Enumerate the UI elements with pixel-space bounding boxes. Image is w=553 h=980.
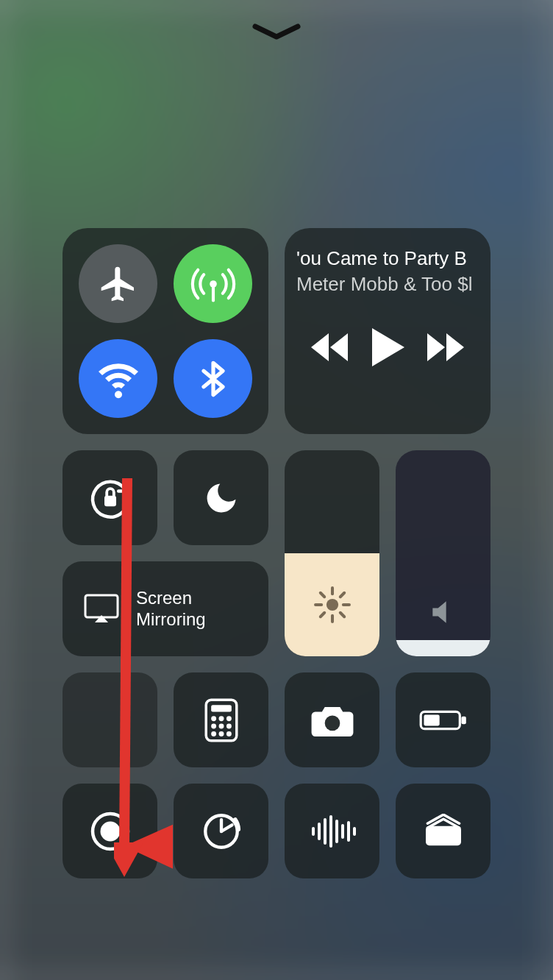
wallet-button[interactable] bbox=[396, 784, 490, 878]
svg-point-24 bbox=[324, 715, 340, 731]
battery-icon bbox=[418, 707, 468, 734]
collapse-chevron-icon[interactable] bbox=[251, 22, 302, 46]
svg-point-21 bbox=[211, 731, 216, 736]
waveform-icon bbox=[309, 814, 356, 849]
camera-button[interactable] bbox=[285, 672, 379, 767]
camera-icon bbox=[310, 702, 355, 739]
brightness-slider[interactable] bbox=[285, 450, 379, 656]
flashlight-toggle[interactable] bbox=[63, 672, 157, 767]
svg-line-12 bbox=[340, 593, 343, 597]
airplane-mode-toggle[interactable] bbox=[79, 244, 157, 323]
do-not-disturb-toggle[interactable] bbox=[174, 450, 268, 545]
wifi-icon bbox=[96, 357, 140, 401]
wifi-toggle[interactable] bbox=[79, 339, 157, 418]
svg-point-29 bbox=[100, 821, 120, 841]
cellular-icon bbox=[190, 260, 237, 308]
svg-point-4 bbox=[326, 599, 338, 611]
media-rewind-button[interactable] bbox=[310, 330, 349, 367]
sun-icon bbox=[313, 585, 352, 625]
svg-point-22 bbox=[218, 731, 224, 736]
media-play-button[interactable] bbox=[369, 327, 406, 371]
volume-slider[interactable] bbox=[396, 450, 490, 656]
svg-line-11 bbox=[320, 613, 324, 617]
svg-point-19 bbox=[218, 723, 224, 728]
screen-mirroring-label: Screen Mirroring bbox=[136, 588, 206, 631]
rotation-lock-toggle[interactable] bbox=[63, 450, 157, 545]
bluetooth-icon bbox=[194, 360, 232, 398]
timer-button[interactable] bbox=[174, 784, 268, 878]
voice-memos-button[interactable] bbox=[285, 784, 379, 878]
screen-mirroring-button[interactable]: Screen Mirroring bbox=[63, 561, 268, 656]
play-icon bbox=[369, 327, 406, 368]
svg-line-9 bbox=[320, 593, 324, 597]
wallet-icon bbox=[422, 814, 465, 849]
speaker-icon bbox=[427, 596, 460, 628]
svg-point-18 bbox=[211, 723, 216, 728]
svg-point-17 bbox=[226, 716, 231, 721]
connectivity-module[interactable] bbox=[63, 228, 268, 434]
svg-rect-39 bbox=[426, 825, 461, 845]
moon-icon bbox=[202, 479, 240, 517]
rotation-lock-icon bbox=[87, 475, 134, 522]
screen-mirroring-icon bbox=[83, 593, 120, 625]
fast-forward-icon bbox=[426, 330, 465, 364]
bluetooth-toggle[interactable] bbox=[174, 339, 252, 418]
svg-rect-27 bbox=[424, 714, 439, 725]
calculator-button[interactable] bbox=[174, 672, 268, 767]
rewind-icon bbox=[310, 330, 349, 364]
media-track-title: 'ou Came to Party B bbox=[296, 247, 479, 270]
svg-point-15 bbox=[211, 716, 216, 721]
low-power-mode-toggle[interactable] bbox=[396, 672, 490, 767]
svg-point-20 bbox=[226, 723, 231, 728]
svg-rect-3 bbox=[85, 595, 118, 617]
media-track-artist: Meter Mobb & Too $l bbox=[296, 273, 479, 296]
svg-point-16 bbox=[218, 716, 224, 721]
svg-point-23 bbox=[226, 731, 231, 736]
screen-record-button[interactable] bbox=[63, 784, 157, 878]
cellular-data-toggle[interactable] bbox=[174, 244, 252, 323]
timer-icon bbox=[200, 810, 243, 853]
airplane-icon bbox=[98, 263, 139, 305]
media-module[interactable]: 'ou Came to Party B Meter Mobb & Too $l bbox=[285, 228, 490, 434]
calculator-icon bbox=[204, 698, 239, 742]
svg-rect-2 bbox=[104, 495, 116, 505]
svg-line-10 bbox=[340, 613, 343, 617]
svg-rect-14 bbox=[211, 705, 232, 711]
record-icon bbox=[88, 809, 132, 853]
svg-rect-26 bbox=[461, 716, 465, 724]
media-forward-button[interactable] bbox=[426, 330, 465, 367]
